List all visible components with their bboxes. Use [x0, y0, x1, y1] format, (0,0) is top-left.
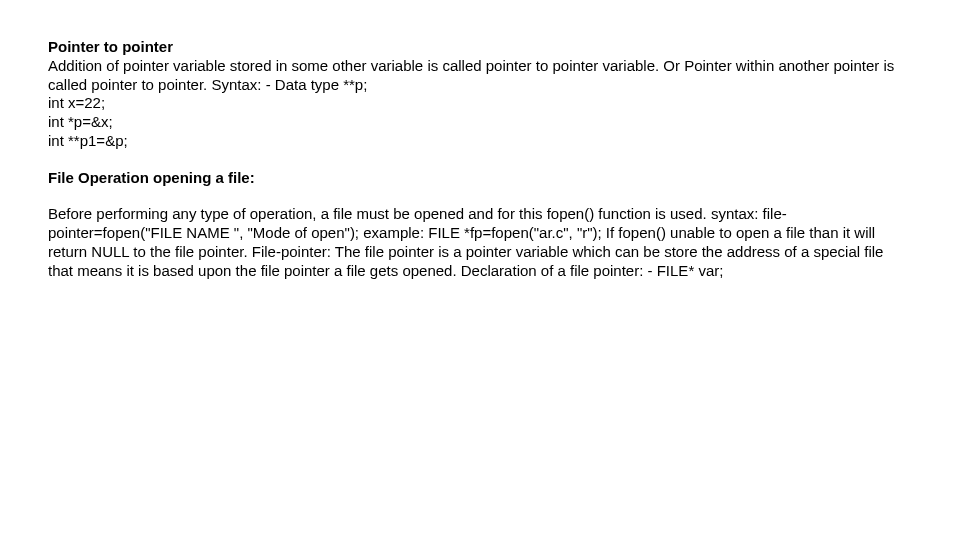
code-line-3: int **p1=&p; — [48, 132, 910, 151]
document-page: Pointer to pointer Addition of pointer v… — [0, 0, 960, 280]
section-file-operation-body: Before performing any type of operation,… — [48, 205, 910, 280]
heading-pointer-to-pointer: Pointer to pointer — [48, 38, 910, 57]
paragraph-pointer-to-pointer: Addition of pointer variable stored in s… — [48, 57, 894, 93]
section-pointer-to-pointer: Pointer to pointer Addition of pointer v… — [48, 38, 910, 151]
code-line-1: int x=22; — [48, 94, 910, 113]
code-line-2: int *p=&x; — [48, 113, 910, 132]
paragraph-file-operation: Before performing any type of operation,… — [48, 205, 883, 278]
section-file-operation-heading: File Operation opening a file: — [48, 169, 910, 188]
heading-file-operation: File Operation opening a file: — [48, 169, 255, 186]
